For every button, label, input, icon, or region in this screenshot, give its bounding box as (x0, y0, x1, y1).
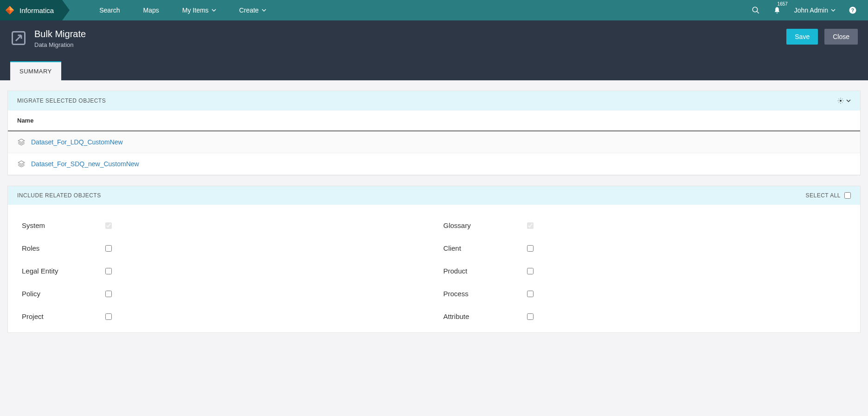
select-all-label: Select All (806, 192, 841, 199)
related-item-checkbox[interactable] (105, 245, 112, 252)
nav-create-label: Create (239, 6, 259, 14)
related-item-checkbox[interactable] (527, 245, 534, 252)
related-item-checkbox[interactable] (527, 291, 534, 297)
panel-migrate-title: Migrate Selected Objects (17, 98, 106, 104)
related-item: Project (22, 305, 425, 328)
migrate-icon (10, 30, 27, 46)
related-item: System (22, 214, 425, 237)
nav-maps[interactable]: Maps (143, 6, 159, 14)
object-link[interactable]: Dataset_For_LDQ_CustomNew (31, 138, 123, 146)
related-item: Client (444, 237, 847, 260)
related-item: Process (444, 282, 847, 305)
help-icon: ? (849, 6, 857, 14)
page-header: Bulk Migrate Data Migration Save Close S… (0, 20, 868, 80)
layers-icon (17, 160, 26, 168)
related-item-label: Roles (22, 244, 105, 252)
panel-related-title: Include Related Objects (17, 192, 101, 199)
nav-my-items[interactable]: My Items (182, 6, 216, 14)
panel-related-objects: Include Related Objects Select All Syste… (7, 186, 861, 333)
related-item-label: Policy (22, 290, 105, 298)
svg-marker-10 (18, 161, 25, 164)
table-header-name: Name (8, 110, 860, 131)
related-item-label: System (22, 221, 105, 229)
save-button[interactable]: Save (786, 29, 818, 45)
related-item-label: Process (444, 290, 527, 298)
nav-right: 1657 John Admin ? (752, 6, 868, 14)
nav-search-label: Search (99, 6, 120, 14)
related-item-label: Client (444, 244, 527, 252)
search-icon (752, 6, 760, 14)
svg-point-3 (752, 7, 758, 12)
table-row: Dataset_For_SDQ_new_CustomNew (8, 153, 860, 175)
related-item-checkbox[interactable] (105, 291, 112, 297)
tab-summary[interactable]: SUMMARY (10, 61, 61, 80)
related-item-checkbox (105, 222, 112, 229)
chevron-down-icon (831, 8, 836, 13)
close-button[interactable]: Close (824, 29, 858, 45)
content: Migrate Selected Objects Name Dataset_Fo… (0, 80, 868, 362)
related-item-checkbox[interactable] (527, 313, 534, 320)
nav-search[interactable]: Search (99, 6, 120, 14)
notifications-button[interactable]: 1657 (773, 6, 781, 14)
search-button[interactable] (752, 6, 760, 14)
chevron-down-icon (262, 8, 266, 13)
help-button[interactable]: ? (849, 6, 857, 14)
related-item-checkbox[interactable] (105, 313, 112, 320)
brand[interactable]: Informatica (0, 0, 62, 20)
table-row: Dataset_For_LDQ_CustomNew (8, 131, 860, 153)
related-item: Glossary (444, 214, 847, 237)
user-menu[interactable]: John Admin (794, 6, 836, 14)
svg-point-8 (840, 100, 842, 102)
svg-text:?: ? (851, 7, 854, 13)
select-all-checkbox[interactable] (844, 192, 851, 199)
brand-name: Informatica (19, 6, 54, 14)
related-item: Legal Entity (22, 260, 425, 282)
chevron-down-icon (846, 98, 851, 103)
layers-icon (17, 138, 26, 146)
user-name: John Admin (794, 6, 828, 14)
chevron-down-icon (212, 8, 216, 13)
gear-icon (837, 97, 844, 104)
svg-marker-9 (18, 139, 25, 143)
related-item-label: Glossary (444, 221, 527, 229)
nav-my-items-label: My Items (182, 6, 209, 14)
settings-menu[interactable] (837, 97, 851, 104)
related-item: Attribute (444, 305, 847, 328)
nav-maps-label: Maps (143, 6, 159, 14)
related-item: Roles (22, 237, 425, 260)
related-item-label: Product (444, 267, 527, 275)
related-item: Product (444, 260, 847, 282)
related-item-checkbox[interactable] (527, 268, 534, 274)
object-link[interactable]: Dataset_For_SDQ_new_CustomNew (31, 160, 139, 168)
panel-migrate-objects: Migrate Selected Objects Name Dataset_Fo… (7, 91, 861, 176)
related-item-label: Attribute (444, 312, 527, 320)
related-item-checkbox (527, 222, 534, 229)
related-item: Policy (22, 282, 425, 305)
top-nav: Informatica Search Maps My Items Create … (0, 0, 868, 20)
nav-items: Search Maps My Items Create (99, 6, 266, 14)
related-item-label: Project (22, 312, 105, 320)
page-subtitle: Data Migration (34, 41, 86, 48)
nav-create[interactable]: Create (239, 6, 266, 14)
brand-logo-icon (5, 5, 15, 15)
page-title: Bulk Migrate (34, 29, 86, 39)
svg-marker-1 (10, 6, 14, 10)
related-item-checkbox[interactable] (105, 268, 112, 274)
related-item-label: Legal Entity (22, 267, 105, 275)
bell-icon (773, 6, 781, 14)
notification-badge: 1657 (778, 1, 788, 6)
svg-line-4 (757, 11, 759, 13)
select-all[interactable]: Select All (806, 192, 851, 199)
